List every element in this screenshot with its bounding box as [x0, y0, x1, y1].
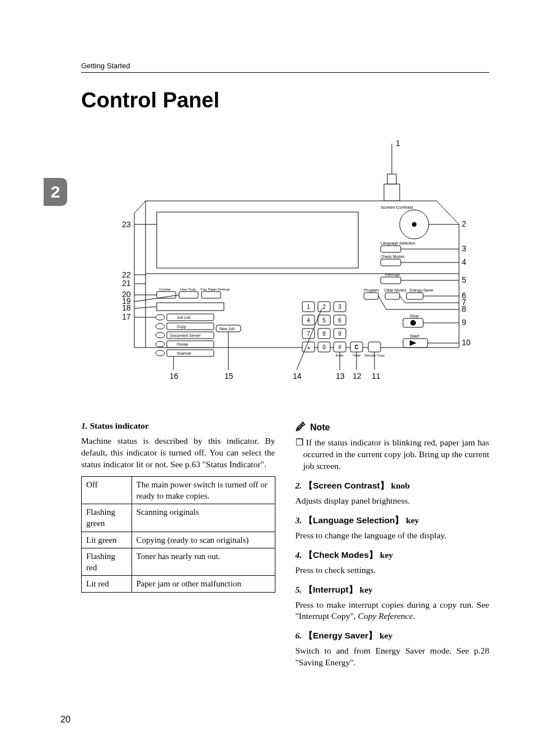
svg-text:1: 1 — [307, 304, 310, 310]
svg-point-69 — [156, 341, 165, 347]
table-row: OffThe main power switch is turned off o… — [82, 476, 275, 504]
svg-text:3: 3 — [338, 304, 341, 310]
item5-body-c: . — [413, 611, 415, 621]
svg-rect-70 — [167, 341, 214, 348]
item6-key: Energy Saver — [313, 631, 368, 640]
svg-point-23 — [410, 320, 416, 326]
item4-key: Check Modes — [313, 550, 369, 560]
bracket-icon: 【 — [304, 631, 313, 640]
callout-8: 8 — [462, 304, 466, 313]
bracket-icon: 【 — [304, 481, 313, 490]
page-number: 20 — [60, 715, 71, 725]
label-stop: Stop — [410, 313, 419, 318]
table-row: Flashing greenScanning originals — [82, 504, 275, 532]
label-usertools: User Tools — [180, 288, 196, 291]
left-column: 1. Status indicator Machine status is de… — [81, 420, 275, 669]
item6-body: Switch to and from Energy Saver mode. Se… — [296, 645, 490, 669]
label-joblist: Job List — [177, 316, 190, 320]
svg-rect-2 — [384, 184, 400, 201]
callout-23: 23 — [122, 220, 131, 229]
page-title: Control Panel — [81, 88, 489, 112]
note-body: If the status indicator is blinking red,… — [303, 438, 490, 471]
svg-text:#: # — [338, 344, 341, 350]
label-docserver: Document Server — [170, 334, 201, 337]
label-start: Start — [410, 334, 420, 339]
running-header: Getting Started — [81, 62, 489, 73]
callout-17: 17 — [122, 312, 131, 321]
svg-rect-61 — [157, 303, 224, 311]
callout-10: 10 — [462, 338, 470, 347]
item3-num: 3. — [296, 515, 302, 525]
label-scanner: Scanner — [177, 351, 192, 355]
item5-num: 5. — [296, 585, 302, 594]
right-column: 🖉 Note ❒ If the status indicator is blin… — [296, 420, 490, 669]
svg-rect-65 — [167, 323, 214, 330]
svg-text:5: 5 — [322, 317, 326, 323]
item2-num: 2. — [296, 481, 302, 490]
item2-key: Screen Contrast — [313, 481, 380, 490]
svg-rect-16 — [406, 293, 423, 299]
item5-suffix: key — [360, 585, 373, 594]
callout-2: 2 — [462, 219, 466, 228]
svg-rect-15 — [385, 293, 400, 299]
svg-text:0: 0 — [322, 344, 326, 350]
item3-suffix: key — [406, 515, 419, 525]
status-table: OffThe main power switch is turned off o… — [81, 476, 275, 593]
svg-text:8: 8 — [322, 331, 326, 337]
item2-body: Adjusts display panel brightness. — [296, 495, 490, 507]
item3-key: Language Selection — [313, 515, 395, 525]
item6-num: 6. — [296, 631, 302, 640]
label-program: Program — [364, 288, 379, 293]
bracket-icon: 】 — [368, 631, 380, 640]
callout-13: 13 — [336, 372, 345, 381]
table-row: Lit redPaper jam or other malfunction — [82, 576, 275, 592]
svg-point-64 — [156, 323, 165, 329]
svg-text:4: 4 — [307, 317, 310, 323]
svg-text:9: 9 — [338, 331, 341, 337]
label-interrupt: Interrupt — [385, 273, 400, 277]
svg-rect-53 — [368, 342, 381, 352]
callout-18: 18 — [122, 303, 131, 312]
svg-rect-60 — [202, 292, 221, 298]
bracket-icon: 】 — [369, 550, 380, 560]
item4-suffix: key — [380, 550, 393, 560]
label-printer: Printer — [177, 342, 189, 346]
svg-rect-10 — [381, 259, 401, 266]
bracket-icon: 【 — [304, 515, 313, 525]
label-check-modes: Check Modes — [381, 255, 405, 259]
callout-22: 22 — [122, 270, 131, 279]
svg-rect-4 — [157, 212, 358, 268]
item5-key: Interrupt — [313, 585, 349, 594]
callout-4: 4 — [462, 257, 466, 266]
bracket-icon: 】 — [380, 481, 391, 490]
item6-suffix: key — [380, 631, 392, 640]
svg-text:2: 2 — [322, 304, 326, 310]
callout-1: 1 — [396, 139, 400, 148]
item3-body: Press to change the language of the disp… — [296, 530, 490, 542]
item1-body: Machine status is described by this indi… — [81, 435, 275, 471]
svg-text:C: C — [354, 344, 358, 350]
item5-body-b: Copy Reference — [358, 611, 413, 621]
item1-title: Status indicator — [90, 421, 149, 430]
label-tray: Tray Paper Settings — [200, 288, 230, 291]
callout-16: 16 — [170, 372, 179, 381]
bracket-icon: 【 — [304, 550, 313, 560]
bullet-icon: ❒ — [296, 438, 306, 447]
label-copy: Copy — [177, 325, 186, 329]
svg-rect-8 — [381, 246, 401, 252]
svg-rect-12 — [381, 277, 401, 284]
svg-rect-1 — [387, 174, 396, 184]
svg-rect-58 — [157, 292, 176, 298]
control-panel-diagram: 1 Screen Contrast 2 Language Selection 3… — [101, 135, 470, 403]
callout-14: 14 — [293, 372, 302, 381]
svg-rect-59 — [179, 292, 198, 298]
label-clear-modes: Clear Modes — [384, 288, 406, 292]
svg-point-71 — [156, 350, 165, 356]
callout-15: 15 — [224, 372, 233, 381]
table-row: Flashing redToner has nearly run out. — [82, 548, 275, 576]
svg-text:6: 6 — [338, 317, 341, 323]
label-counter: Counter — [159, 288, 171, 291]
label-energy: Energy Saver — [410, 288, 434, 293]
label-language: Language Selection — [381, 241, 415, 246]
chapter-tab: 2 — [44, 178, 67, 206]
